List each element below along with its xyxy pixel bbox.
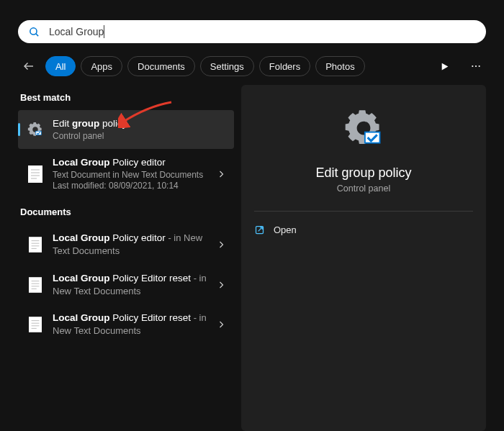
result-title: Local Group Policy Editor reset - in New… bbox=[53, 272, 214, 298]
document-icon bbox=[25, 237, 45, 253]
open-action[interactable]: Open bbox=[254, 222, 473, 238]
back-button[interactable] bbox=[18, 55, 40, 77]
svg-point-6 bbox=[479, 65, 480, 67]
section-best-match: Best match bbox=[18, 85, 234, 110]
result-body: Edit group policy Control panel bbox=[53, 117, 228, 142]
svg-rect-23 bbox=[29, 317, 42, 333]
open-icon bbox=[254, 224, 265, 235]
search-input[interactable]: Local Group bbox=[49, 25, 104, 38]
filter-photos[interactable]: Photos bbox=[315, 56, 364, 76]
result-doc-2[interactable]: Local Group Policy Editor reset - in New… bbox=[18, 304, 234, 345]
filter-folders[interactable]: Folders bbox=[259, 56, 310, 76]
chevron-right-icon bbox=[217, 240, 225, 249]
svg-point-5 bbox=[475, 65, 477, 67]
result-doc-0[interactable]: Local Group Policy editor - in New Text … bbox=[18, 224, 234, 265]
document-icon bbox=[25, 165, 45, 183]
filter-label: Photos bbox=[325, 61, 354, 72]
results-column: Best match Edit group policy Control pan… bbox=[18, 85, 241, 431]
more-button[interactable] bbox=[466, 56, 486, 76]
section-documents: Documents bbox=[18, 199, 234, 224]
result-body: Local Group Policy Editor reset - in New… bbox=[53, 312, 214, 337]
expand-button[interactable] bbox=[214, 320, 228, 329]
result-subtitle: Control panel bbox=[53, 131, 228, 142]
svg-marker-3 bbox=[441, 63, 448, 70]
document-icon bbox=[25, 277, 45, 293]
result-local-group-policy-editor[interactable]: Local Group Policy editor Text Document … bbox=[18, 149, 234, 199]
filter-all[interactable]: All bbox=[45, 56, 76, 76]
filter-label: Documents bbox=[138, 61, 185, 72]
selection-indicator bbox=[18, 123, 20, 136]
detail-subtitle: Control panel bbox=[337, 183, 390, 194]
detail-title: Edit group policy bbox=[315, 165, 411, 181]
result-body: Local Group Policy editor - in New Text … bbox=[53, 232, 214, 258]
filter-settings[interactable]: Settings bbox=[200, 56, 254, 76]
result-title: Local Group Policy Editor reset - in New… bbox=[53, 312, 214, 337]
detail-panel: Edit group policy Control panel Open bbox=[241, 85, 486, 431]
search-bar[interactable]: Local Group bbox=[18, 20, 486, 43]
open-label: Open bbox=[274, 224, 297, 235]
svg-point-0 bbox=[30, 27, 37, 34]
expand-button[interactable] bbox=[214, 281, 228, 289]
chevron-right-icon bbox=[217, 170, 225, 178]
svg-rect-28 bbox=[365, 132, 380, 143]
result-edit-group-policy[interactable]: Edit group policy Control panel bbox=[18, 110, 234, 149]
result-subtitle: Text Document in New Text Documents bbox=[53, 170, 214, 181]
filter-label: Folders bbox=[269, 61, 300, 72]
svg-line-1 bbox=[36, 33, 38, 35]
result-title: Edit group policy bbox=[53, 117, 228, 130]
filter-apps[interactable]: Apps bbox=[81, 56, 122, 76]
result-body: Local Group Policy Editor reset - in New… bbox=[53, 272, 214, 298]
chevron-right-icon bbox=[217, 320, 225, 329]
filter-documents[interactable]: Documents bbox=[127, 56, 195, 76]
content: Best match Edit group policy Control pan… bbox=[18, 85, 486, 431]
svg-rect-8 bbox=[28, 165, 42, 183]
gear-icon bbox=[342, 106, 385, 153]
result-title: Local Group Policy editor - in New Text … bbox=[53, 232, 214, 258]
filter-label: Apps bbox=[91, 61, 112, 72]
gear-icon bbox=[25, 121, 45, 138]
expand-button[interactable] bbox=[214, 170, 228, 178]
result-body: Local Group Policy editor Text Document … bbox=[53, 156, 214, 192]
filter-label: All bbox=[55, 61, 66, 72]
arrow-left-icon bbox=[22, 60, 35, 73]
document-icon bbox=[25, 317, 45, 332]
svg-rect-13 bbox=[29, 237, 42, 253]
result-subtitle-2: Last modified: 08/09/2021, 10:14 bbox=[53, 181, 214, 192]
svg-point-4 bbox=[472, 65, 473, 67]
svg-rect-18 bbox=[29, 277, 42, 293]
play-icon bbox=[440, 62, 449, 71]
filter-row: All Apps Documents Settings Folders Phot… bbox=[18, 52, 486, 81]
filter-label: Settings bbox=[210, 61, 244, 72]
expand-button[interactable] bbox=[214, 240, 228, 249]
divider bbox=[254, 211, 473, 212]
ellipsis-icon bbox=[470, 60, 482, 72]
result-doc-1[interactable]: Local Group Policy Editor reset - in New… bbox=[18, 265, 234, 305]
quick-play-button[interactable] bbox=[434, 56, 454, 76]
result-title: Local Group Policy editor bbox=[53, 156, 214, 169]
search-icon bbox=[28, 26, 40, 38]
chevron-right-icon bbox=[217, 281, 225, 289]
svg-line-30 bbox=[258, 227, 263, 232]
